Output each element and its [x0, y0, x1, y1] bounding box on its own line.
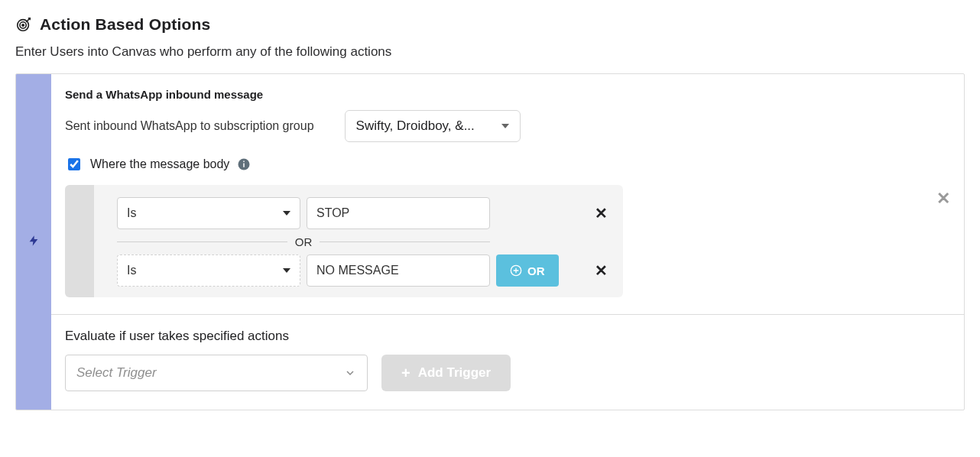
svg-rect-4 [244, 164, 245, 167]
subscription-row: Sent inbound WhatsApp to subscription gr… [65, 110, 950, 142]
condition-value-input[interactable]: NO MESSAGE [307, 254, 490, 287]
evaluate-section: Evaluate if user takes specified actions… [51, 314, 964, 410]
panel-body: Send a WhatsApp inbound message Sent inb… [51, 74, 964, 410]
page-title: Action Based Options [40, 15, 210, 34]
subscription-group-select[interactable]: Swifty, Droidboy, &... [345, 110, 521, 142]
info-icon[interactable] [237, 157, 251, 171]
caret-down-icon [283, 268, 290, 273]
caret-down-icon [501, 124, 509, 128]
divider-line [320, 241, 490, 242]
message-body-checkbox-label: Where the message body [90, 157, 229, 171]
divider-line [117, 241, 287, 242]
condition-value-text: NO MESSAGE [316, 264, 399, 277]
add-or-button[interactable]: OR [496, 254, 559, 287]
remove-trigger-button[interactable]: ✕ [936, 189, 950, 209]
panel-accent [16, 74, 51, 410]
condition-value-input[interactable]: STOP [307, 197, 490, 229]
subscription-group-value: Swifty, Droidboy, &... [356, 118, 475, 134]
action-panel: Send a WhatsApp inbound message Sent inb… [15, 73, 965, 410]
lightning-bolt-icon [28, 232, 40, 252]
condition-operator-value: Is [127, 206, 136, 220]
condition-row: Is NO MESSAGE OR ✕ [117, 254, 612, 287]
trigger-card-title: Send a WhatsApp inbound message [65, 88, 950, 101]
svg-point-2 [22, 24, 24, 26]
remove-condition-button[interactable]: ✕ [590, 261, 612, 280]
conditions-body: Is STOP ✕ OR [94, 185, 623, 297]
select-trigger-placeholder: Select Trigger [76, 365, 157, 381]
condition-operator-value: Is [127, 264, 136, 277]
message-body-checkbox-row: Where the message body [65, 156, 950, 173]
subscription-label: Sent inbound WhatsApp to subscription gr… [65, 119, 314, 133]
conditions-block: Is STOP ✕ OR [65, 185, 623, 297]
svg-rect-5 [244, 161, 245, 163]
condition-value-text: STOP [316, 206, 349, 220]
evaluate-controls: Select Trigger + Add Trigger [65, 355, 950, 391]
add-trigger-button[interactable]: + Add Trigger [381, 355, 511, 391]
condition-row: Is STOP ✕ [117, 197, 612, 229]
trigger-card: Send a WhatsApp inbound message Sent inb… [51, 74, 964, 314]
plus-icon: + [401, 365, 410, 381]
condition-operator-select[interactable]: Is [117, 254, 300, 287]
conditions-left-handle[interactable] [65, 185, 94, 297]
condition-operator-select[interactable]: Is [117, 197, 300, 229]
message-body-checkbox[interactable] [68, 158, 80, 170]
target-icon [15, 16, 32, 33]
evaluate-label: Evaluate if user takes specified actions [65, 329, 950, 344]
or-divider: OR [117, 235, 490, 248]
page-header: Action Based Options [15, 15, 965, 34]
add-or-button-label: OR [527, 264, 545, 277]
page-subtitle: Enter Users into Canvas who perform any … [15, 44, 965, 60]
caret-down-icon [283, 211, 290, 216]
add-trigger-button-label: Add Trigger [418, 365, 491, 381]
remove-condition-button[interactable]: ✕ [590, 204, 612, 222]
select-trigger-dropdown[interactable]: Select Trigger [65, 355, 368, 391]
or-divider-label: OR [295, 235, 313, 248]
chevron-down-icon [344, 367, 356, 379]
